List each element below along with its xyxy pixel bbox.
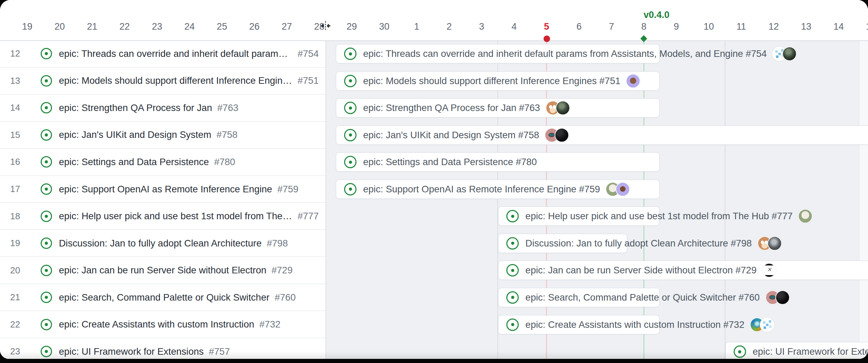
issue-title[interactable]: epic: Jan can be run Server Side without… bbox=[525, 265, 756, 276]
issue-title[interactable]: epic: Search, Command Palette or Quick S… bbox=[525, 292, 760, 303]
issue-bar-content[interactable]: epic: Threads can override and inherit d… bbox=[344, 44, 797, 63]
issue-bar-content[interactable]: epic: Create Assistants with custom Inst… bbox=[506, 315, 774, 334]
black-avatar bbox=[775, 290, 790, 305]
date-cell: 24 bbox=[176, 21, 203, 32]
issues-panel: 12epic: Threads can override and inherit… bbox=[0, 40, 326, 359]
issue-bar-content[interactable]: epic: Models should support different In… bbox=[344, 71, 640, 91]
issue-title[interactable]: epic: Threads can override and inherit d… bbox=[363, 48, 767, 59]
issue-title[interactable]: epic: Support OpenAI as Remote Inference… bbox=[363, 184, 600, 195]
issue-number: #757 bbox=[209, 346, 230, 357]
issue-title[interactable]: epic: Models should support different In… bbox=[363, 75, 620, 87]
issue-bar-content[interactable]: epic: Strengthen QA Process for Jan #763 bbox=[344, 98, 570, 118]
issue-title[interactable]: epic: Jan can be run Server Side without… bbox=[59, 265, 266, 276]
dark-photo-avatar bbox=[556, 101, 570, 115]
issue-title[interactable]: epic: Models should support different In… bbox=[59, 75, 292, 86]
issue-number: #732 bbox=[259, 319, 280, 330]
issue-title[interactable]: epic: UI Framework for Extensions #757 bbox=[753, 346, 868, 357]
issue-title[interactable]: Discussion: Jan to fully adopt Clean Arc… bbox=[525, 238, 752, 249]
issue-title[interactable]: epic: Support OpenAI as Remote Inference… bbox=[59, 184, 272, 195]
date-cell: 27 bbox=[274, 21, 300, 32]
open-issue-icon bbox=[41, 48, 52, 59]
issue-row[interactable]: 15epic: Jan's UIKit and Design System#75… bbox=[0, 122, 326, 149]
issue-title[interactable]: epic: Help user pick and use best 1st mo… bbox=[59, 211, 292, 222]
week-gridline bbox=[725, 40, 725, 359]
open-issue-icon bbox=[41, 211, 52, 222]
issue-bar-content[interactable]: epic: Settings and Data Persistence #780 bbox=[344, 152, 537, 172]
issue-title[interactable]: epic: Jan's UIKit and Design System #758 bbox=[363, 130, 539, 141]
open-issue-icon bbox=[344, 156, 356, 168]
date-cell: 3 bbox=[468, 21, 495, 32]
today-marker-dot bbox=[544, 36, 550, 42]
date-cell: 29 bbox=[339, 21, 365, 32]
x-sign-avatar bbox=[762, 263, 776, 278]
row-number: 14 bbox=[0, 102, 30, 113]
open-issue-icon bbox=[506, 264, 519, 276]
purple-face-avatar bbox=[626, 74, 640, 88]
date-cell: 11 bbox=[728, 21, 754, 32]
issue-row[interactable]: 18epic: Help user pick and use best 1st … bbox=[0, 203, 326, 230]
lavender-face-avatar bbox=[616, 182, 630, 196]
issue-title[interactable]: Discussion: Jan to fully adopt Clean Arc… bbox=[59, 238, 262, 249]
issue-number: #758 bbox=[216, 129, 237, 140]
issue-number: #777 bbox=[298, 211, 319, 222]
issue-title[interactable]: epic: Create Assistants with custom Inst… bbox=[59, 319, 254, 330]
issue-title[interactable]: epic: Settings and Data Persistence bbox=[59, 157, 209, 168]
issue-number: #780 bbox=[214, 157, 235, 168]
open-issue-icon bbox=[41, 129, 52, 141]
issue-row[interactable]: 23epic: UI Framework for Extensions#757 bbox=[0, 338, 326, 359]
date-cell: 4 bbox=[501, 21, 527, 32]
issue-bar-content[interactable]: epic: Jan can be run Server Side without… bbox=[506, 261, 776, 280]
issue-bar-content[interactable]: epic: Support OpenAI as Remote Inference… bbox=[344, 180, 630, 199]
issue-title[interactable]: epic: UI Framework for Extensions bbox=[59, 346, 204, 357]
open-issue-icon bbox=[506, 319, 519, 331]
issue-row[interactable]: 17epic: Support OpenAI as Remote Inferen… bbox=[0, 176, 326, 203]
milestone-label: v0.4.0 bbox=[643, 10, 669, 20]
date-cell: 22 bbox=[112, 21, 138, 32]
issue-title[interactable]: epic: Help user pick and use best 1st mo… bbox=[525, 211, 793, 222]
issue-bar-content[interactable]: Discussion: Jan to fully adopt Clean Arc… bbox=[506, 234, 782, 253]
issue-row[interactable]: 19Discussion: Jan to fully adopt Clean A… bbox=[0, 230, 326, 257]
issue-title[interactable]: epic: Search, Command Palette or Quick S… bbox=[59, 292, 269, 303]
row-number: 20 bbox=[0, 265, 30, 276]
issue-row[interactable]: 16epic: Settings and Data Persistence#78… bbox=[0, 149, 326, 176]
issue-row[interactable]: 14epic: Strengthen QA Process for Jan#76… bbox=[0, 94, 326, 122]
issue-bar-content[interactable]: epic: Search, Command Palette or Quick S… bbox=[506, 288, 789, 307]
issue-row[interactable]: 20epic: Jan can be run Server Side witho… bbox=[0, 257, 326, 284]
open-issue-icon bbox=[41, 156, 52, 168]
row-number: 21 bbox=[0, 292, 30, 303]
date-cell: 7 bbox=[598, 21, 624, 32]
date-cell: 26 bbox=[241, 21, 268, 32]
issue-title[interactable]: epic: Strengthen QA Process for Jan #763 bbox=[363, 102, 540, 113]
open-issue-icon bbox=[506, 210, 519, 222]
issue-row[interactable]: 22epic: Create Assistants with custom In… bbox=[0, 311, 326, 338]
row-number: 19 bbox=[0, 238, 30, 249]
issue-number: #754 bbox=[298, 48, 319, 59]
date-cell: 5 bbox=[534, 21, 560, 32]
jan-logo-avatar bbox=[760, 317, 774, 332]
column-resize-cursor-icon[interactable] bbox=[319, 21, 332, 31]
issue-bar-content[interactable]: epic: Help user pick and use best 1st mo… bbox=[506, 206, 813, 226]
issue-row[interactable]: 12epic: Threads can override and inherit… bbox=[0, 40, 326, 68]
issue-number: #751 bbox=[298, 75, 319, 86]
roadmap-grid: epic: Threads can override and inherit d… bbox=[326, 40, 868, 359]
date-cell: 14 bbox=[826, 21, 852, 32]
issue-bar-content[interactable]: epic: Jan's UIKit and Design System #758 bbox=[344, 125, 569, 145]
date-cell: 21 bbox=[79, 21, 105, 32]
open-issue-icon bbox=[506, 237, 519, 250]
issue-title[interactable]: epic: Create Assistants with custom Inst… bbox=[525, 319, 744, 330]
open-issue-icon bbox=[41, 75, 52, 87]
issue-title[interactable]: epic: Strengthen QA Process for Jan bbox=[59, 102, 212, 113]
issue-title[interactable]: epic: Settings and Data Persistence #780 bbox=[363, 157, 537, 168]
issue-row[interactable]: 21epic: Search, Command Palette or Quick… bbox=[0, 284, 326, 311]
open-issue-icon bbox=[344, 48, 356, 60]
row-number: 15 bbox=[0, 130, 30, 140]
scrollbar-gutter[interactable] bbox=[859, 40, 868, 359]
issue-row[interactable]: 13epic: Models should support different … bbox=[0, 68, 326, 95]
row-number: 13 bbox=[0, 75, 30, 86]
issue-title[interactable]: epic: Jan's UIKit and Design System bbox=[59, 129, 211, 140]
issue-bar-content[interactable]: epic: UI Framework for Extensions #757 bbox=[734, 342, 868, 359]
issue-title[interactable]: epic: Threads can override and inherit d… bbox=[59, 48, 292, 59]
row-number: 22 bbox=[0, 319, 30, 330]
open-issue-icon bbox=[41, 319, 52, 330]
date-cell: 12 bbox=[761, 21, 787, 32]
